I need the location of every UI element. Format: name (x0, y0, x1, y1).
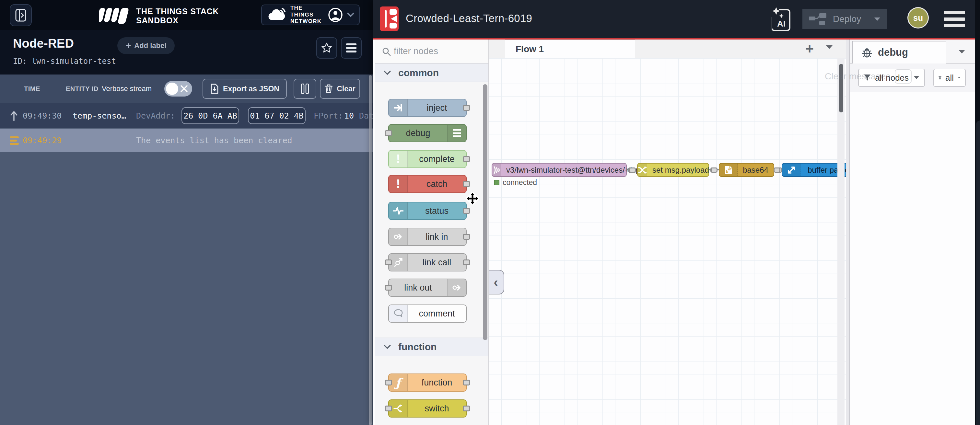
export-file-icon (210, 84, 219, 94)
palette-node-status[interactable]: status (388, 202, 467, 220)
column-header-entity-id: ENTITY ID (66, 85, 99, 93)
flow-node-base64[interactable]: b64 base64 (719, 163, 774, 177)
flow-node-change[interactable]: set msg.payload (637, 163, 709, 177)
ai-assistant-button[interactable]: AI (772, 7, 791, 31)
export-json-button[interactable]: Export as JSON (202, 79, 287, 99)
fport-label: FPort: (314, 111, 343, 121)
stream-event-icon (9, 136, 19, 146)
column-header-time: TIME (24, 85, 40, 93)
input-port[interactable] (385, 260, 392, 265)
palette-node-inject[interactable]: inject (388, 99, 467, 117)
fport-value: 10 (344, 111, 354, 121)
complete-icon: ! (389, 151, 408, 168)
palette-node-function[interactable]: ƒ function (388, 374, 467, 392)
output-port[interactable] (463, 181, 470, 187)
canvas-grid[interactable] (489, 58, 846, 425)
devaddr-chip[interactable]: 26 0D 6A AB (181, 107, 239, 124)
canvas-scroll-track[interactable] (837, 58, 845, 425)
input-port[interactable] (385, 285, 392, 290)
input-port[interactable] (773, 168, 780, 173)
catch-icon: ! (389, 176, 408, 192)
debug-clear-button[interactable]: all (933, 69, 966, 87)
tab-debug[interactable]: debug (852, 41, 946, 63)
input-port[interactable] (629, 168, 636, 173)
sidebar-tabbar: debug (850, 40, 975, 63)
search-icon (382, 47, 391, 56)
add-label-text: Add label (134, 41, 166, 50)
output-port[interactable] (463, 380, 470, 385)
palette-collapse-button[interactable]: ‹ (489, 270, 504, 295)
input-port[interactable] (385, 380, 392, 385)
output-port[interactable] (463, 105, 470, 111)
flow-node-mqtt-in[interactable]: v3/lwn-simulator-test@ttn/devices/+/up (492, 163, 627, 177)
output-port[interactable] (463, 406, 470, 411)
base64-icon: b64 (719, 163, 738, 176)
output-port[interactable] (463, 260, 470, 265)
palette-node-complete[interactable]: ! complete (388, 150, 467, 168)
deploy-caret-icon[interactable] (874, 17, 881, 21)
tab-flow-1[interactable]: Flow 1 (505, 40, 635, 58)
network-selector-button[interactable]: THE THINGS NETWORK (261, 5, 360, 25)
event-stream-toolbar: TIME ENTITY ID Verbose stream Export as … (0, 75, 373, 103)
sidebar-caret-icon[interactable] (957, 49, 966, 54)
palette-node-switch[interactable]: switch (388, 400, 467, 417)
output-port[interactable] (463, 156, 470, 162)
ai-label: AI (777, 19, 786, 29)
bug-icon (861, 47, 873, 58)
verbose-stream-toggle[interactable] (164, 81, 192, 97)
canvas-scrollbar[interactable] (839, 64, 843, 113)
palette-node-link-in[interactable]: link in (388, 228, 467, 246)
input-port[interactable] (385, 130, 392, 136)
payload-chip[interactable]: 01 67 02 4B (248, 107, 305, 124)
palette-node-catch[interactable]: ! catch (388, 175, 467, 193)
main-menu-button[interactable] (944, 11, 965, 27)
sidebar-resize-handle[interactable] (846, 40, 850, 425)
caret-down-icon (958, 76, 961, 80)
context-menu-button[interactable] (341, 37, 362, 59)
user-avatar[interactable]: su (907, 7, 929, 29)
output-port[interactable] (463, 234, 470, 240)
tab-list-caret-icon[interactable] (825, 44, 834, 50)
node-palette: common inject debug ! complete (375, 40, 489, 425)
add-label-button[interactable]: + Add label (117, 37, 175, 54)
clear-events-label: Clear (337, 84, 355, 93)
sidebar-toggle-button[interactable] (10, 4, 32, 26)
event-message: The events list has been cleared (136, 136, 292, 145)
tts-logo-line1: THE THINGS STACK (136, 7, 219, 16)
palette-section-common[interactable]: common (375, 63, 488, 82)
palette-node-link-out[interactable]: link out (388, 279, 467, 297)
palette-node-link-call[interactable]: link call (388, 253, 467, 271)
events-scrollbar[interactable] (369, 75, 372, 425)
nodered-logo (380, 6, 399, 31)
debug-filter-button[interactable]: all nodes (858, 69, 925, 87)
clear-events-button[interactable]: Clear (320, 79, 360, 99)
input-port[interactable] (385, 406, 392, 411)
buffer-parser-icon (782, 163, 800, 176)
palette-node-comment[interactable]: comment (388, 304, 467, 323)
link-out-icon (447, 279, 466, 296)
ttn-page-header: Node-RED + Add label ID: lwn-simulator-t… (0, 30, 373, 75)
filter-nodes-input[interactable] (394, 40, 485, 63)
palette-section-function[interactable]: function (375, 338, 488, 356)
section-chevron-icon (383, 70, 391, 76)
section-chevron-icon (383, 344, 391, 349)
event-row-uplink[interactable]: 09:49:30 temp-senso… DevAddr: 26 0D 6A A… (0, 103, 373, 128)
section-label: common (398, 67, 439, 78)
flow-canvas[interactable]: Flow 1 + v3/lwn-simulator-test@ttn/devic… (489, 40, 846, 425)
avatar-initials: su (913, 13, 923, 23)
add-flow-button[interactable]: + (802, 42, 817, 56)
bookmark-button[interactable] (316, 37, 337, 59)
event-row-cleared[interactable]: 09:49:29 The events list has been cleare… (0, 128, 373, 152)
flow-node-buffer-parser[interactable]: buffer parser (782, 163, 846, 177)
node-status: connected (494, 178, 537, 187)
deploy-button[interactable]: Deploy (802, 9, 887, 29)
verbose-stream-label: Verbose stream (102, 84, 152, 93)
input-port[interactable] (711, 168, 718, 173)
palette-scrollbar[interactable] (483, 84, 487, 340)
pause-stream-button[interactable] (294, 79, 316, 99)
palette-node-debug[interactable]: debug (388, 124, 467, 142)
output-port[interactable] (463, 208, 470, 214)
tts-logo-line2: SANDBOX (136, 16, 219, 25)
section-label: function (398, 341, 436, 352)
debug-icon (447, 125, 466, 141)
